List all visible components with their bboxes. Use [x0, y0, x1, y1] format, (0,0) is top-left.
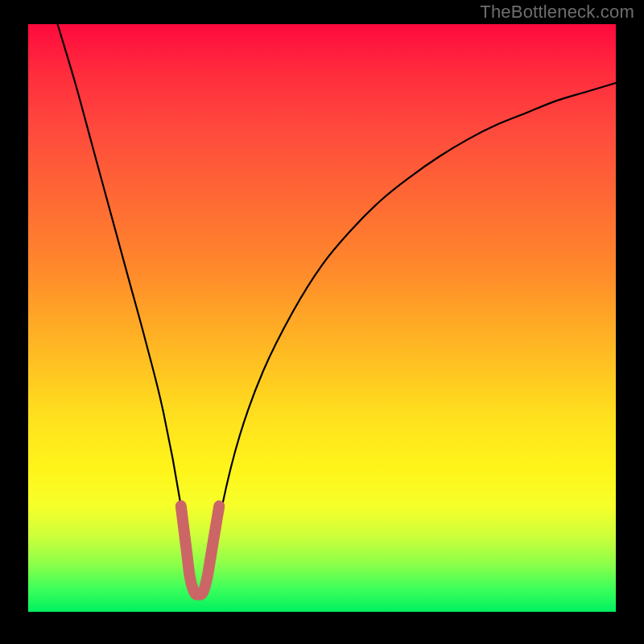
bottleneck-curve	[58, 24, 617, 597]
plot-area	[28, 24, 616, 612]
chart-frame: TheBottleneck.com	[0, 0, 644, 644]
valley-marker	[181, 506, 219, 595]
curve-svg	[28, 24, 616, 612]
attribution-label: TheBottleneck.com	[480, 2, 634, 23]
